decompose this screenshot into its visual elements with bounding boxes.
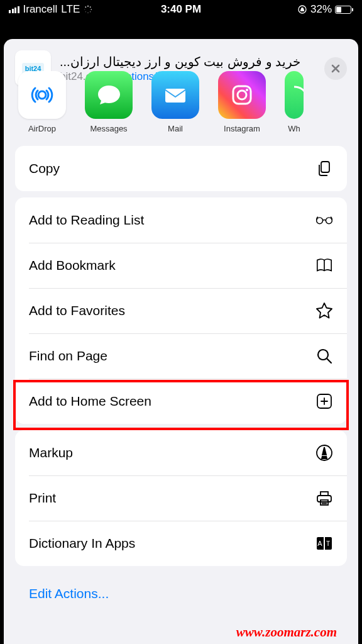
battery-icon [335,6,353,14]
glasses-icon [315,211,333,229]
action-group-2: Add to Reading List Add Bookmark Add to … [15,197,347,424]
whatsapp-icon [285,71,304,119]
action-group-1: Copy [15,146,347,191]
plus-square-icon [315,392,333,410]
action-group-3: Markup Print Dictionary In Apps AT [15,430,347,566]
copy-icon [315,160,333,177]
svg-point-15 [317,218,323,224]
svg-rect-22 [321,500,328,505]
svg-rect-10 [165,89,185,103]
favorites-action[interactable]: Add to Favorites [15,288,347,333]
app-instagram[interactable]: Instagram [215,71,269,133]
app-label: Wh [288,124,300,133]
markup-icon [315,444,333,462]
add-to-home-screen-action[interactable]: Add to Home Screen [15,379,347,424]
edit-actions-link[interactable]: Edit Actions... [4,572,358,601]
orientation-lock-icon [297,4,307,14]
app-messages[interactable]: Messages [82,71,136,133]
loading-icon [84,5,92,14]
clock: 3:40 PM [161,3,201,16]
share-sheet: bit24 خرید و فروش بیت کوین و ارز دیجیتال… [4,39,358,644]
instagram-icon [218,71,266,119]
app-whatsapp[interactable]: Wh [282,71,307,133]
messages-icon [85,71,133,119]
app-label: Mail [168,124,183,133]
reading-list-action[interactable]: Add to Reading List [15,197,347,243]
watermark: www.zoomarz.com [236,625,337,640]
dictionary-action[interactable]: Dictionary In Apps AT [15,521,347,566]
svg-rect-20 [317,496,331,502]
app-label: Messages [90,124,127,133]
svg-point-7 [85,6,87,8]
book-icon [315,257,333,274]
search-icon [315,347,333,365]
status-bar: Irancell LTE 3:40 PM 32% [0,0,362,19]
app-share-row: AirDrop Messages Mail Instagram Wh [4,71,358,140]
app-mail[interactable]: Mail [148,71,202,133]
svg-point-9 [38,91,46,99]
app-label: AirDrop [28,124,56,133]
svg-text:T: T [326,540,330,547]
network-label: LTE [61,3,80,16]
app-label: Instagram [224,124,260,133]
app-airdrop[interactable]: AirDrop [15,71,69,133]
carrier-label: Irancell [23,3,58,16]
svg-point-13 [246,89,248,91]
svg-point-3 [90,11,91,13]
status-left: Irancell LTE [9,3,92,16]
svg-rect-11 [233,86,251,104]
svg-rect-24 [324,537,325,550]
svg-point-5 [85,11,86,12]
star-icon [315,302,333,319]
svg-text:A: A [317,540,322,547]
print-action[interactable]: Print [15,475,347,521]
find-on-page-action[interactable]: Find on Page [15,333,347,379]
copy-action[interactable]: Copy [15,146,347,191]
svg-point-4 [87,12,89,13]
airdrop-icon [18,71,66,119]
svg-point-2 [91,9,92,10]
cellular-signal-icon [9,6,19,13]
svg-rect-14 [321,162,329,172]
svg-rect-21 [321,492,328,496]
battery-pct: 32% [310,3,332,16]
status-right: 32% [297,3,353,16]
svg-point-6 [84,9,85,9]
close-icon [331,64,341,74]
svg-point-16 [326,218,332,224]
dictionary-icon: AT [315,535,333,552]
mail-icon [151,71,199,119]
markup-action[interactable]: Markup [15,430,347,475]
printer-icon [315,489,333,507]
svg-point-12 [238,91,246,99]
page-title: خرید و فروش بیت کوین و ارز دیجیتال ارزان… [60,54,315,69]
svg-point-0 [87,6,89,7]
bookmark-action[interactable]: Add Bookmark [15,243,347,288]
close-button[interactable] [324,57,347,80]
svg-point-1 [90,6,91,8]
